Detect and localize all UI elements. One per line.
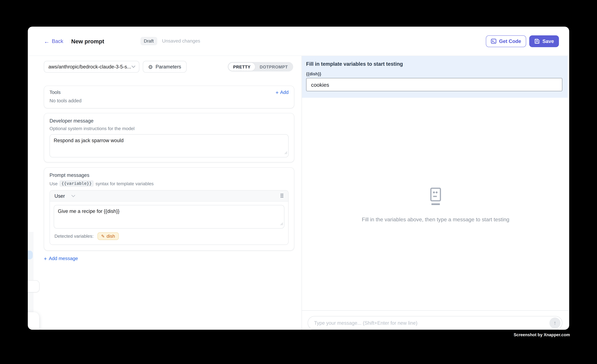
composer-input[interactable] <box>313 320 549 326</box>
toggle-option-dotprompt[interactable]: DOTPROMPT <box>255 63 292 71</box>
chevron-down-icon <box>71 195 76 197</box>
detected-variables-label: Detected variables: <box>55 234 94 239</box>
variable-field-label: {{dish}} <box>306 72 562 76</box>
plus-icon: + <box>275 90 279 95</box>
model-selector[interactable]: aws/anthropic/bedrock-claude-3-5-s... <box>44 61 139 73</box>
background-panel-corner <box>28 312 39 330</box>
developer-message-card: Developer message Optional system instru… <box>44 113 294 162</box>
test-pane: Fill in template variables to start test… <box>301 56 569 330</box>
draft-badge: Draft <box>141 37 157 45</box>
prompt-messages-subtitle-prefix: Use <box>49 181 58 186</box>
back-arrow-icon: ← <box>44 38 49 44</box>
prompt-editor-pane: aws/anthropic/bedrock-claude-3-5-s... ⚙︎… <box>28 56 302 330</box>
variable-field-input[interactable] <box>306 78 562 91</box>
variable-chip[interactable]: ✎ dish <box>97 232 119 240</box>
save-icon <box>534 38 540 44</box>
background-panel-corner <box>28 280 40 292</box>
add-message-label: Add message <box>49 256 78 261</box>
tools-empty-text: No tools added <box>49 98 289 103</box>
prompt-messages-subtitle-suffix: syntax for template variables <box>95 181 154 186</box>
gear-icon: ⚙︎ <box>148 64 153 69</box>
background-selection-highlight <box>28 250 33 259</box>
drag-handle-icon[interactable] <box>281 194 283 198</box>
terminal-icon <box>491 38 496 44</box>
banner-title: Fill in template variables to start test… <box>306 61 562 67</box>
plus-icon: + <box>44 256 47 261</box>
app-window: ← Back New prompt Draft Unsaved changes … <box>28 27 569 330</box>
prompt-messages-card: Prompt messages Use {{variable}} syntax … <box>44 167 294 251</box>
add-tool-label: Add <box>280 90 289 95</box>
unsaved-changes-text: Unsaved changes <box>162 38 200 44</box>
get-code-label: Get Code <box>499 38 521 44</box>
robot-icon <box>427 187 444 206</box>
back-button[interactable]: ← Back <box>44 38 63 44</box>
page-title: New prompt <box>71 38 104 44</box>
message-block: User Give me a recipe for {{dish}} <box>49 190 289 245</box>
message-role-select[interactable]: User <box>55 193 76 199</box>
get-code-button[interactable]: Get Code <box>486 35 526 47</box>
tools-card: Tools + Add No tools added <box>44 85 294 108</box>
view-toggle: PRETTY DOTPROMPT <box>228 62 293 71</box>
back-label: Back <box>52 38 63 44</box>
tools-title: Tools <box>49 90 61 95</box>
send-arrow-icon: ↑ <box>554 320 556 326</box>
add-message-button[interactable]: + Add message <box>44 256 302 261</box>
variable-chip-label: dish <box>107 234 115 239</box>
model-selector-value: aws/anthropic/bedrock-claude-3-5-s... <box>48 64 131 69</box>
message-textarea[interactable]: Give me a recipe for {{dish}} <box>54 205 284 228</box>
developer-message-textarea[interactable]: Respond as jack sparrow would <box>49 134 289 158</box>
template-variables-banner: Fill in template variables to start test… <box>302 56 568 98</box>
message-role-label: User <box>55 193 65 199</box>
developer-message-subtitle: Optional system instructions for the mod… <box>49 126 289 131</box>
chat-area: Fill in the variables above, then type a… <box>302 98 569 310</box>
add-tool-button[interactable]: + Add <box>275 90 289 95</box>
chat-empty-state: Fill in the variables above, then type a… <box>362 187 509 222</box>
prompt-messages-title: Prompt messages <box>49 172 289 178</box>
header: ← Back New prompt Draft Unsaved changes … <box>28 27 569 56</box>
variable-syntax-code: {{variable}} <box>60 180 94 187</box>
message-header: User <box>50 190 288 202</box>
chevron-down-icon <box>131 65 135 68</box>
model-toolbar: aws/anthropic/bedrock-claude-3-5-s... ⚙︎… <box>44 61 293 73</box>
parameters-button[interactable]: ⚙︎ Parameters <box>143 61 186 73</box>
message-composer: ↑ <box>302 310 569 330</box>
send-button[interactable]: ↑ <box>549 317 560 328</box>
toggle-option-pretty[interactable]: PRETTY <box>229 63 255 71</box>
watermark: Screenshot by Xnapper.com <box>514 333 570 337</box>
pencil-icon: ✎ <box>101 234 105 238</box>
save-button[interactable]: Save <box>529 35 559 47</box>
screenshot-stage: ← Back New prompt Draft Unsaved changes … <box>0 0 597 364</box>
empty-state-text: Fill in the variables above, then type a… <box>362 216 509 222</box>
parameters-label: Parameters <box>156 64 181 69</box>
save-label: Save <box>542 38 554 44</box>
developer-message-title: Developer message <box>49 118 289 124</box>
